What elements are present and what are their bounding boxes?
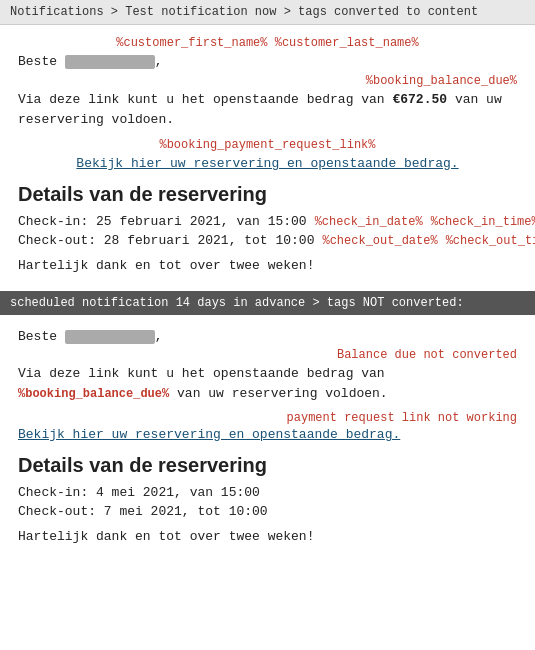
tag-checkout-date: %check_out_date% [322,234,437,248]
annotation-link: payment request link not working [18,411,517,425]
body-text-2: Via deze link kunt u het openstaande bed… [18,364,517,403]
booking-link-1: Bekijk hier uw reservering en openstaand… [18,156,517,171]
checkout-row-2: Check-out: 7 mei 2021, tot 10:00 [18,504,517,519]
tag-checkin-date: %check_in_date% [315,215,423,229]
tag-balance-line: %booking_balance_due% [18,73,517,88]
reservation-title-1: Details van de reservering [18,183,517,206]
breadcrumb: Notifications > Test notification now > … [0,0,535,25]
checkout-text-1: Check-out: 28 februari 2021, tot 10:00 [18,233,314,248]
tag-payment-link: %booking_payment_request_link% [159,138,375,152]
booking-link-2: Bekijk hier uw reservering en openstaand… [18,427,517,442]
blurred-customer-name [65,55,155,69]
blurred-customer-name-2 [65,330,155,344]
greeting-line-2: Beste , [18,329,517,344]
checkin-row-1: Check-in: 25 februari 2021, van 15:00 %c… [18,214,517,229]
tag-balance: %booking_balance_due% [366,74,517,88]
tag-checkout-time: %check_out_time% [446,234,535,248]
divider-bar: scheduled notification 14 days in advanc… [0,291,535,315]
checkin-text-2: Check-in: 4 mei 2021, van 15:00 [18,485,260,500]
checkin-row-2: Check-in: 4 mei 2021, van 15:00 [18,485,517,500]
section-converted: %customer_first_name% %customer_last_nam… [0,25,535,287]
tag-checkin-time: %check_in_time% [431,215,535,229]
tag-name-line: %customer_first_name% %customer_last_nam… [18,35,517,50]
closing-text-2: Hartelijk dank en tot over twee weken! [18,529,517,544]
tag-link-line: %booking_payment_request_link% [18,137,517,152]
greeting-line: Beste , [18,54,517,69]
reservation-title-2: Details van de reservering [18,454,517,477]
tag-customer-name: %customer_first_name% %customer_last_nam… [116,36,418,50]
checkout-row-1: Check-out: 28 februari 2021, tot 10:00 %… [18,233,517,248]
booking-link-anchor-2[interactable]: Bekijk hier uw reservering en openstaand… [18,427,400,442]
closing-text-1: Hartelijk dank en tot over twee weken! [18,258,517,273]
unconverted-balance-tag: %booking_balance_due% [18,387,169,401]
body-text-1: Via deze link kunt u het openstaande bed… [18,90,517,129]
checkin-text-1: Check-in: 25 februari 2021, van 15:00 [18,214,307,229]
checkout-text-2: Check-out: 7 mei 2021, tot 10:00 [18,504,268,519]
annotation-balance: Balance due not converted [18,348,517,362]
section-not-converted: Beste , Balance due not converted Via de… [0,315,535,558]
booking-link-anchor-1[interactable]: Bekijk hier uw reservering en openstaand… [76,156,458,171]
